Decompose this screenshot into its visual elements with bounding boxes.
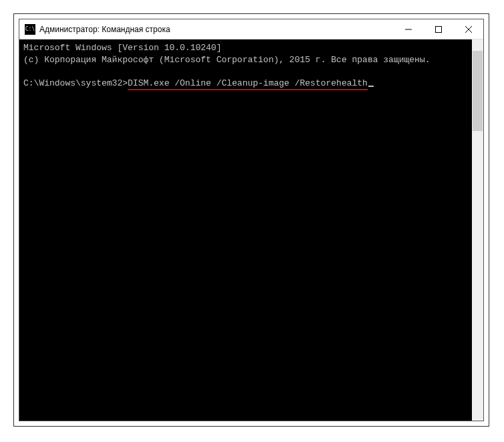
vertical-scrollbar[interactable] xyxy=(472,39,483,421)
cmd-icon-label: C:\ xyxy=(25,26,35,32)
command-prompt-window: C:\ Администратор: Командная строка Micr… xyxy=(19,19,484,421)
cursor xyxy=(368,86,374,87)
window-title: Администратор: Командная строка xyxy=(39,25,393,34)
close-icon xyxy=(465,26,472,33)
minimize-icon xyxy=(405,26,412,33)
close-button[interactable] xyxy=(453,19,483,39)
terminal-output[interactable]: Microsoft Windows [Version 10.0.10240](c… xyxy=(19,39,472,421)
terminal-area: Microsoft Windows [Version 10.0.10240](c… xyxy=(19,39,483,421)
output-line: Microsoft Windows [Version 10.0.10240] xyxy=(23,42,468,54)
cmd-icon: C:\ xyxy=(25,24,35,35)
titlebar[interactable]: C:\ Администратор: Командная строка xyxy=(19,19,483,39)
output-blank xyxy=(23,66,468,78)
maximize-icon xyxy=(435,26,442,33)
command-text: DISM.exe /Online /Cleanup-image /Restore… xyxy=(128,78,368,90)
window-controls xyxy=(393,19,483,39)
prompt-line: C:\Windows\system32>DISM.exe /Online /Cl… xyxy=(23,78,468,90)
prompt: C:\Windows\system32> xyxy=(23,78,128,88)
svg-rect-1 xyxy=(435,26,441,32)
scrollbar-thumb[interactable] xyxy=(473,51,483,131)
minimize-button[interactable] xyxy=(393,19,423,39)
output-line: (c) Корпорация Майкрософт (Microsoft Cor… xyxy=(23,54,468,66)
maximize-button[interactable] xyxy=(423,19,453,39)
